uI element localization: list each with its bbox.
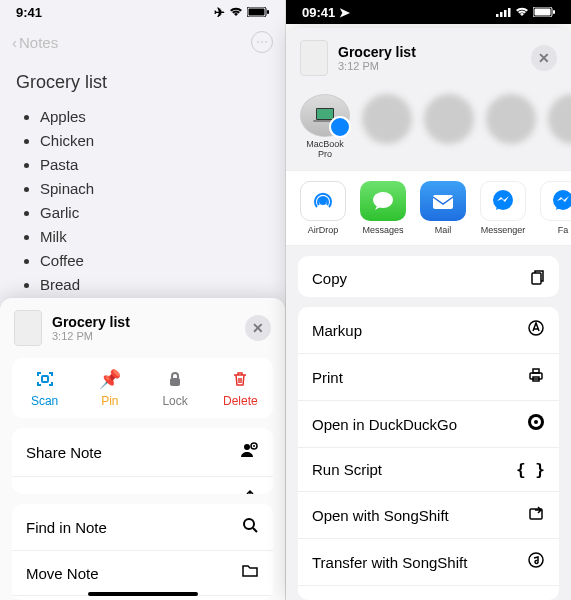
status-bar: 9:41 ✈︎ — [0, 0, 285, 24]
action-label: Transfer with SongShift — [312, 554, 467, 571]
share-contact[interactable]: MacBook Pro — [300, 94, 350, 160]
app-label: Messages — [362, 225, 403, 235]
action-markup[interactable]: Markup — [298, 307, 559, 354]
svg-rect-26 — [530, 373, 542, 379]
phone-right: 09:41 ➤ Grocery list 3:12 PM ✕ MacBook P… — [286, 0, 571, 600]
wifi-icon — [229, 5, 243, 20]
fa-icon — [540, 181, 571, 221]
sheet-header: Grocery list 3:12 PM ✕ — [0, 298, 285, 358]
action-group-2: Find in NoteMove NoteLines & Grids — [12, 504, 273, 600]
svg-point-20 — [373, 192, 393, 208]
app-label: Fa — [558, 225, 569, 235]
close-button[interactable]: ✕ — [245, 315, 271, 341]
wifi-icon — [515, 5, 529, 20]
battery-icon — [533, 5, 555, 20]
action-open-in-duckduckgo[interactable]: Open in DuckDuckGo — [298, 401, 559, 448]
svg-point-23 — [553, 190, 571, 210]
svg-point-19 — [320, 198, 326, 204]
share-app-messages[interactable]: Messages — [360, 181, 406, 235]
duck-icon — [527, 413, 545, 435]
action-share-note[interactable]: Share Note — [12, 428, 273, 477]
action-label: Share Note — [26, 444, 102, 461]
action-sheet: Grocery list 3:12 PM ✕ Scan 📌 Pin — [0, 298, 285, 600]
svg-rect-18 — [313, 120, 337, 122]
svg-rect-21 — [433, 195, 453, 209]
messenger-icon — [480, 181, 526, 221]
share-contact[interactable] — [362, 94, 412, 160]
share-app-airdrop[interactable]: AirDrop — [300, 181, 346, 235]
back-label: Notes — [19, 34, 58, 51]
folder-icon — [241, 563, 259, 583]
action-label: Copy — [312, 270, 347, 287]
contact-avatar-icon — [548, 94, 571, 144]
app-label: AirDrop — [308, 225, 339, 235]
share-contact[interactable] — [548, 94, 571, 160]
more-icon[interactable]: ⋯ — [251, 31, 273, 53]
svg-rect-3 — [42, 376, 48, 382]
share-contact[interactable] — [424, 94, 474, 160]
close-button[interactable]: ✕ — [531, 45, 557, 71]
share-app-mail[interactable]: Mail — [420, 181, 466, 235]
note-item: Bread — [40, 273, 269, 297]
action-move-note[interactable]: Move Note — [12, 551, 273, 596]
location-icon: ➤ — [339, 5, 350, 20]
action-copy[interactable]: Copy — [298, 256, 559, 297]
share-contact[interactable] — [486, 94, 536, 160]
nav-bar: ‹ Notes ⋯ — [0, 24, 285, 60]
sheet-subtitle: 3:12 PM — [52, 330, 235, 342]
note-item: Pasta — [40, 153, 269, 177]
home-indicator — [88, 592, 198, 596]
delete-button[interactable]: Delete — [208, 368, 273, 408]
note-item: Milk — [40, 225, 269, 249]
search-icon — [241, 516, 259, 538]
quick-actions: Scan 📌 Pin Lock Delete — [12, 358, 273, 418]
airplane-icon: ✈︎ — [214, 5, 225, 20]
contact-avatar-icon — [486, 94, 536, 144]
status-icons — [496, 5, 555, 20]
scan-label: Scan — [31, 394, 58, 408]
action-open-with-songshift[interactable]: Open with SongShift — [298, 492, 559, 539]
chevron-left-icon: ‹ — [12, 34, 17, 51]
songshift-icon — [527, 551, 545, 573]
airdrop-icon — [300, 181, 346, 221]
phone-left: 9:41 ✈︎ ‹ Notes ⋯ Grocery list ApplesChi… — [0, 0, 286, 600]
action-find-in-note[interactable]: Find in Note — [12, 504, 273, 551]
svg-rect-12 — [508, 8, 511, 17]
sheet-header: Grocery list 3:12 PM ✕ — [286, 28, 571, 88]
action-group-copy: Copy — [298, 256, 559, 297]
note-item: Garlic — [40, 201, 269, 225]
app-label: Mail — [435, 225, 452, 235]
svg-rect-11 — [504, 10, 507, 17]
sheet-title: Grocery list — [52, 314, 235, 330]
pin-button[interactable]: 📌 Pin — [77, 368, 142, 408]
action-send-a-copy[interactable]: Send a Copy — [12, 477, 273, 494]
action-label: Markup — [312, 322, 362, 339]
share-app-fa[interactable]: Fa — [540, 181, 571, 235]
action-save-to-pocket[interactable]: Save to Pocket — [298, 586, 559, 600]
svg-point-5 — [244, 444, 250, 450]
macbook-icon — [300, 94, 350, 137]
action-label: Print — [312, 369, 343, 386]
action-transfer-with-songshift[interactable]: Transfer with SongShift — [298, 539, 559, 586]
contacts-row: MacBook Pro — [286, 88, 571, 170]
status-time: 09:41 ➤ — [302, 5, 350, 20]
svg-rect-24 — [532, 273, 541, 284]
mail-icon — [420, 181, 466, 221]
status-time: 9:41 — [16, 5, 42, 20]
person-add-icon — [239, 440, 259, 464]
sheet-subtitle: 3:12 PM — [338, 60, 521, 72]
contact-avatar-icon — [362, 94, 412, 144]
action-lines-grids[interactable]: Lines & Grids — [12, 596, 273, 600]
action-label: Open with SongShift — [312, 507, 449, 524]
share-app-messenger[interactable]: Messenger — [480, 181, 526, 235]
messages-icon — [360, 181, 406, 221]
action-print[interactable]: Print — [298, 354, 559, 401]
action-run-script[interactable]: Run Script{ } — [298, 448, 559, 492]
svg-point-31 — [534, 420, 538, 424]
close-icon: ✕ — [252, 320, 264, 336]
scan-button[interactable]: Scan — [12, 368, 77, 408]
svg-rect-4 — [170, 378, 180, 386]
lock-button[interactable]: Lock — [143, 368, 208, 408]
back-button[interactable]: ‹ Notes — [12, 34, 58, 51]
note-item: Coffee — [40, 249, 269, 273]
